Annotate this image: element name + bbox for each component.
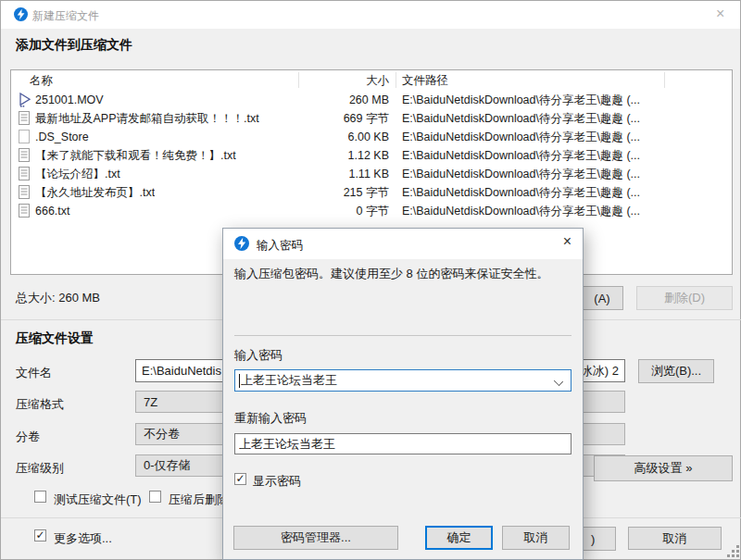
list-header: 名称 大小 文件路径 bbox=[11, 70, 732, 90]
more-options-label[interactable]: 更多选项... bbox=[54, 530, 112, 547]
file-path: E:\BaiduNetdiskDownload\待分享老王\趣趣 (... bbox=[402, 183, 640, 202]
test-archive-label[interactable]: 测试压缩文件(T) bbox=[54, 492, 142, 508]
show-password-label[interactable]: 显示密码 bbox=[253, 473, 301, 490]
close-icon[interactable]: × bbox=[563, 234, 571, 249]
file-size: 1.12 KB bbox=[308, 146, 389, 165]
password-dialog: 输入密码 × 输入压缩包密码。建议使用至少 8 位的密码来保证安全性。 输入密码… bbox=[222, 228, 584, 560]
file-name: 【来了就能下载和观看！纯免费！】.txt bbox=[35, 146, 236, 165]
dialog-cancel-button[interactable]: 取消 bbox=[502, 526, 570, 550]
file-name: 【论坛介绍】.txt bbox=[35, 165, 120, 183]
file-path: E:\BaiduNetdiskDownload\待分享老王\趣趣 (... bbox=[402, 202, 640, 220]
password-label: 输入密码 bbox=[234, 347, 283, 364]
dialog-divider bbox=[234, 335, 571, 336]
app-logo-icon bbox=[14, 7, 28, 25]
volume-label: 分卷 bbox=[16, 429, 40, 445]
delete-button[interactable]: 删除(D) bbox=[636, 286, 733, 310]
file-rows: 251001.MOV 260 MB E:\BaiduNetdiskDownloa… bbox=[11, 91, 732, 220]
file-size: 669 字节 bbox=[308, 109, 389, 128]
file-row[interactable]: 【永久地址发布页】.txt 215 字节 E:\BaiduNetdiskDown… bbox=[11, 183, 732, 202]
file-size: 1.11 KB bbox=[308, 165, 389, 183]
column-header-path[interactable]: 文件路径 bbox=[402, 73, 448, 89]
password-value: 上老王论坛当老王 bbox=[241, 372, 337, 389]
delete-after-checkbox[interactable] bbox=[149, 491, 161, 503]
column-header-name[interactable]: 名称 bbox=[30, 73, 53, 89]
ok-button[interactable]: 确定 bbox=[425, 526, 493, 550]
volume-value: 不分卷 bbox=[144, 426, 180, 442]
column-header-size[interactable]: 大小 bbox=[308, 73, 389, 89]
file-name: 【永久地址发布页】.txt bbox=[35, 183, 155, 202]
file-name: 251001.MOV bbox=[35, 91, 104, 109]
total-size-label: 总大小: 260 MB bbox=[16, 290, 100, 306]
file-size: 0 字节 bbox=[308, 202, 389, 220]
file-path: E:\BaiduNetdiskDownload\待分享老王\趣趣 (... bbox=[402, 109, 640, 128]
checkmark-icon: ✓ bbox=[35, 529, 44, 541]
file-row[interactable]: 【来了就能下载和观看！纯免费！】.txt 1.12 KB E:\BaiduNet… bbox=[11, 146, 732, 165]
level-label: 压缩级别 bbox=[16, 460, 64, 477]
file-name: 666.txt bbox=[35, 202, 70, 220]
dialog-title: 输入密码 bbox=[257, 238, 303, 254]
checkmark-icon: ✓ bbox=[235, 472, 245, 485]
filename-label: 文件名 bbox=[16, 365, 52, 381]
file-row[interactable]: 251001.MOV 260 MB E:\BaiduNetdiskDownloa… bbox=[11, 91, 732, 109]
file-size: 215 字节 bbox=[308, 183, 389, 202]
confirm-password-label: 重新输入密码 bbox=[234, 410, 307, 427]
dialog-titlebar: 输入密码 × bbox=[223, 229, 583, 259]
file-row[interactable]: 【论坛介绍】.txt 1.11 KB E:\BaiduNetdiskDownlo… bbox=[11, 165, 732, 183]
file-path: E:\BaiduNetdiskDownload\待分享老王\趣趣 (... bbox=[402, 146, 640, 165]
window-title: 新建压缩文件 bbox=[32, 8, 99, 24]
file-row[interactable]: 666.txt 0 字节 E:\BaiduNetdiskDownload\待分享… bbox=[11, 202, 732, 220]
password-instruction: 输入压缩包密码。建议使用至少 8 位的密码来保证安全性。 bbox=[234, 266, 573, 282]
delete-after-label[interactable]: 压缩后删除 bbox=[169, 492, 229, 508]
file-name: .DS_Store bbox=[35, 128, 89, 146]
file-path: E:\BaiduNetdiskDownload\待分享老王\趣趣 (... bbox=[402, 165, 640, 183]
password-manager-button[interactable]: 密码管理器... bbox=[233, 526, 398, 550]
file-size: 6.00 KB bbox=[308, 128, 389, 146]
filename-value-left: E:\BaiduNetdis bbox=[142, 364, 221, 378]
column-divider[interactable] bbox=[396, 72, 396, 88]
text-caret bbox=[239, 374, 240, 388]
column-divider[interactable] bbox=[298, 72, 299, 88]
add-button-partial[interactable]: (A) bbox=[581, 286, 623, 310]
show-password-checkbox[interactable]: ✓ bbox=[234, 473, 246, 485]
resize-grip[interactable] bbox=[727, 554, 730, 557]
confirm-password-input[interactable] bbox=[234, 433, 571, 454]
file-path: E:\BaiduNetdiskDownload\待分享老王\趣趣 (... bbox=[402, 91, 640, 109]
chevron-down-icon[interactable] bbox=[554, 377, 563, 386]
main-cancel-button[interactable]: 取消 bbox=[628, 527, 722, 550]
main-titlebar: 新建压缩文件 × bbox=[1, 1, 740, 29]
archive-settings-heading: 压缩文件设置 bbox=[16, 330, 94, 347]
advanced-settings-button[interactable]: 高级设置 » bbox=[594, 455, 733, 481]
file-path: E:\BaiduNetdiskDownload\待分享老王\趣趣 (... bbox=[402, 128, 640, 146]
column-divider[interactable] bbox=[664, 72, 665, 88]
format-value: 7Z bbox=[144, 395, 157, 409]
add-files-heading: 添加文件到压缩文件 bbox=[16, 37, 132, 54]
start-button-partial[interactable]: ) bbox=[581, 527, 616, 551]
format-label: 压缩格式 bbox=[16, 396, 64, 413]
file-name: 最新地址及APP请发邮箱自动获取！！！.txt bbox=[35, 109, 259, 128]
app-logo-icon bbox=[234, 236, 249, 255]
browse-button[interactable]: 浏览(B)... bbox=[638, 359, 714, 383]
test-archive-checkbox[interactable] bbox=[34, 491, 46, 503]
file-size: 260 MB bbox=[308, 91, 389, 109]
file-row[interactable]: .DS_Store 6.00 KB E:\BaiduNetdiskDownloa… bbox=[11, 128, 732, 146]
close-icon[interactable]: × bbox=[716, 6, 724, 21]
password-combobox[interactable]: 上老王论坛当老王 bbox=[234, 369, 571, 392]
filename-value-right: 冰冰) 2 bbox=[581, 363, 619, 380]
file-row[interactable]: 最新地址及APP请发邮箱自动获取！！！.txt 669 字节 E:\BaiduN… bbox=[11, 109, 732, 128]
more-options-checkbox[interactable]: ✓ bbox=[34, 529, 46, 541]
level-value: 0-仅存储 bbox=[144, 457, 191, 474]
text-file-icon bbox=[19, 204, 30, 223]
